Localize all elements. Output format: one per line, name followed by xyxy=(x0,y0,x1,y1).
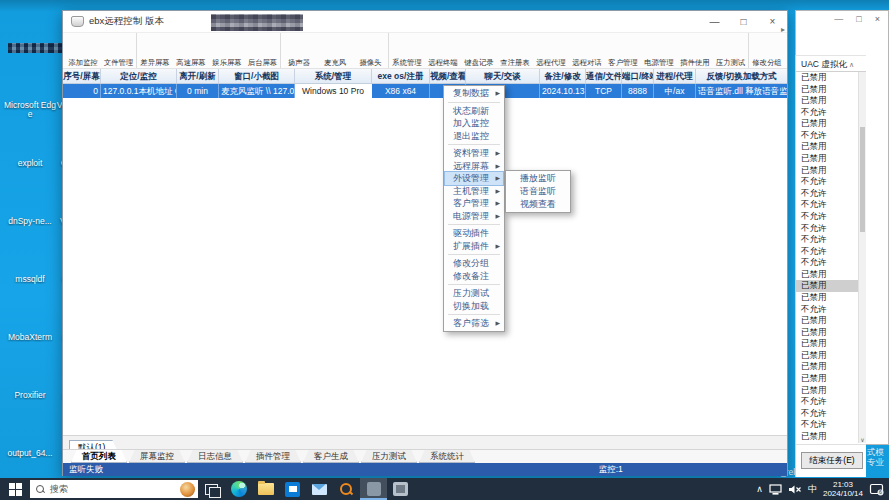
page-tab[interactable]: 插件管理 xyxy=(245,450,301,463)
context-menu-item[interactable]: 主机管理 ▶ xyxy=(445,185,503,198)
table-header-cell[interactable]: 端口/终端 xyxy=(622,69,654,83)
task-view-button[interactable] xyxy=(198,478,225,500)
maximize-button[interactable]: □ xyxy=(856,14,861,24)
toolbar-button-16con[interactable]: 电源管理 xyxy=(641,33,677,68)
uac-row[interactable]: 不允许 xyxy=(796,304,866,316)
uac-row[interactable]: 已禁用 xyxy=(796,141,866,153)
taskbar-mail-button[interactable] xyxy=(306,478,333,500)
minimize-button[interactable]: — xyxy=(700,11,729,32)
uac-row[interactable]: 已禁用 xyxy=(796,361,866,373)
context-menu-item[interactable]: 切换加载 xyxy=(445,300,503,313)
context-menu-item[interactable]: 远程屏幕 ▶ xyxy=(445,160,503,173)
table-header-cell[interactable]: 定位/监控 xyxy=(101,69,177,83)
uac-column-header[interactable]: UAC 虚拟化 ∧ xyxy=(796,55,866,72)
uac-row[interactable]: 不允许 xyxy=(796,234,866,246)
context-menu-item[interactable]: 外设管理 ▶ xyxy=(445,172,503,185)
toolbar-overflow-icon[interactable]: ▸ xyxy=(781,25,785,34)
uac-row[interactable]: 已禁用 xyxy=(796,72,866,84)
context-menu-item[interactable] xyxy=(448,254,500,255)
context-menu-item[interactable] xyxy=(448,102,500,103)
toolbar-button-18con[interactable]: 压力测试 xyxy=(713,33,749,68)
uac-row[interactable]: 不允许 xyxy=(796,223,866,235)
toolbar-button-10con[interactable]: 远程终端 xyxy=(425,33,461,68)
uac-row[interactable]: 已禁用 xyxy=(796,292,866,304)
toolbar-button-2con[interactable]: 差异屏幕 xyxy=(137,33,173,68)
uac-row[interactable]: 已禁用 xyxy=(796,118,866,130)
start-button[interactable] xyxy=(0,478,30,500)
context-menu-item[interactable]: 压力测试 xyxy=(445,287,503,300)
toolbar-button-15con[interactable]: 客户管理 xyxy=(605,33,641,68)
page-tab[interactable]: 屏幕监控 xyxy=(129,450,185,463)
toolbar-button-17con[interactable]: 插件使用 xyxy=(677,33,713,68)
context-menu-item[interactable] xyxy=(448,284,500,285)
end-task-button[interactable]: 结束任务(E) xyxy=(801,452,863,469)
uac-row[interactable]: 不允许 xyxy=(796,257,866,269)
page-tab[interactable]: 首页列表 xyxy=(71,450,127,463)
toolbar-button-11con[interactable]: 键盘记录 xyxy=(461,33,497,68)
toolbar-button-12con[interactable]: 查注册表 xyxy=(497,33,533,68)
context-menu-item[interactable]: 扩展插件 ▶ xyxy=(445,240,503,253)
toolbar-button-19con[interactable]: 修改分组 xyxy=(749,33,785,68)
table-header-cell[interactable]: 系统/管理 xyxy=(295,69,372,83)
page-tab[interactable]: 压力测试 xyxy=(361,450,417,463)
page-tab[interactable]: 日志信息 xyxy=(187,450,243,463)
notification-center-icon[interactable]: 6 xyxy=(869,483,884,496)
table-row-selected[interactable]: 0127.0.0.1本机地址 C...0 min麦克风监听 \\ 127.0.0… xyxy=(63,84,787,98)
uac-row[interactable]: 已禁用 xyxy=(796,373,866,385)
table-header-cell[interactable]: 通信/文件 xyxy=(586,69,622,83)
page-tab[interactable]: 系统统计 xyxy=(419,450,475,463)
toolbar-button-7con[interactable]: 麦克风 xyxy=(317,33,353,68)
submenu-item[interactable]: 视频查看 xyxy=(507,198,569,211)
table-header-cell[interactable]: 聊天/交谈 xyxy=(466,69,540,83)
context-menu-item[interactable]: 驱动插件 xyxy=(445,227,503,240)
table-header-cell[interactable]: exe os/注册 xyxy=(372,69,430,83)
uac-row[interactable]: 已禁用 xyxy=(796,431,866,443)
toolbar-button-6con[interactable]: 扬声器 xyxy=(281,33,317,68)
uac-row[interactable]: 已禁用 xyxy=(796,315,866,327)
toolbar-button-3con[interactable]: 高速屏幕 xyxy=(173,33,209,68)
table-header-cell[interactable]: 反馈/切换加载方式 xyxy=(696,69,787,83)
toolbar-button-8con[interactable]: 摄像头 xyxy=(353,33,389,68)
table-header-cell[interactable]: 视频/查看 xyxy=(430,69,466,83)
context-menu-item[interactable] xyxy=(448,314,500,315)
toolbar-button-13con[interactable]: 远程代理 xyxy=(533,33,569,68)
context-menu-item[interactable]: 客户筛选 ▶ xyxy=(445,317,503,330)
uac-row[interactable]: 已禁用 xyxy=(796,84,866,96)
search-highlight-icon[interactable] xyxy=(180,482,195,497)
speaker-muted-icon[interactable] xyxy=(788,484,802,495)
uac-row[interactable]: 不允许 xyxy=(796,188,866,200)
uac-row[interactable]: 已禁用 xyxy=(796,95,866,107)
maximize-button[interactable]: □ xyxy=(729,11,758,32)
uac-row[interactable]: 已禁用 xyxy=(796,338,866,350)
search-input[interactable]: 搜索 xyxy=(30,480,198,498)
table-header-cell[interactable]: 进程/代理 xyxy=(654,69,696,83)
uac-row[interactable]: 已禁用 xyxy=(796,269,866,281)
context-menu-item[interactable]: 退出监控 xyxy=(445,130,503,143)
uac-row[interactable]: 不允许 xyxy=(796,419,866,431)
taskbar-explorer-button[interactable] xyxy=(252,478,279,500)
uac-row[interactable]: 不允许 xyxy=(796,408,866,420)
clock[interactable]: 21:03 2024/10/14 xyxy=(823,480,863,498)
uac-row[interactable]: 已禁用 xyxy=(796,385,866,397)
context-menu-item[interactable]: 修改备注 xyxy=(445,270,503,283)
toolbar-button-14con[interactable]: 远程对话 xyxy=(569,33,605,68)
uac-row[interactable]: 不允许 xyxy=(796,396,866,408)
uac-row[interactable]: 已禁用 xyxy=(796,280,866,292)
context-menu-item[interactable]: 修改分组 xyxy=(445,257,503,270)
vertical-scrollbar[interactable]: ∨ xyxy=(858,72,866,443)
context-menu-item[interactable]: 资料管理 ▶ xyxy=(445,147,503,160)
uac-row[interactable]: 不允许 xyxy=(796,107,866,119)
toolbar-button-1con[interactable]: 文件管理 xyxy=(101,33,137,68)
context-menu-item[interactable] xyxy=(448,144,500,145)
context-menu-item[interactable]: 客户管理 ▶ xyxy=(445,197,503,210)
submenu-item[interactable]: 播放监听 xyxy=(507,172,569,185)
toolbar-button-5con[interactable]: 后台屏幕 xyxy=(245,33,281,68)
page-tab[interactable]: 客户生成 xyxy=(303,450,359,463)
toolbar-button-9con[interactable]: 系统管理 xyxy=(389,33,425,68)
toolbar-button-0con[interactable]: 添加监控 xyxy=(65,33,101,68)
table-header-cell[interactable]: 备注/修改 xyxy=(540,69,586,83)
close-button[interactable]: × xyxy=(875,14,880,24)
table-header-cell[interactable]: 序号/屏幕 xyxy=(63,69,101,83)
uac-row[interactable]: 已禁用 xyxy=(796,165,866,177)
minimize-button[interactable]: — xyxy=(834,14,843,24)
